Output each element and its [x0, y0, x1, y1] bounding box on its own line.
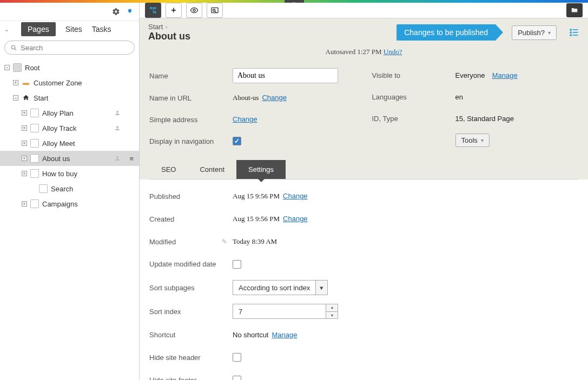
- label-shortcut: Shortcut: [149, 331, 233, 339]
- tree-label: Campaigns: [42, 200, 78, 208]
- tree-item[interactable]: +Alloy Plan: [0, 105, 139, 121]
- status-badge: Changes to be published: [397, 24, 495, 41]
- svg-rect-5: [150, 7, 152, 9]
- tree-label: Start: [34, 94, 48, 102]
- tree-item[interactable]: +Campaigns: [0, 196, 139, 211]
- tab-pages[interactable]: Pages: [21, 22, 56, 36]
- context-menu-icon[interactable]: ≡: [129, 155, 134, 163]
- svg-rect-6: [154, 7, 156, 9]
- svg-rect-15: [573, 32, 578, 33]
- label-published: Published: [149, 192, 233, 201]
- autosave-status: Autosaved 1:27 PM Undo?: [140, 44, 588, 62]
- content-tabs: SEO Content Settings: [149, 160, 578, 179]
- tree-toggle[interactable]: +: [22, 201, 27, 206]
- svg-line-1: [15, 48, 16, 50]
- tree-toggle[interactable]: −: [4, 65, 10, 70]
- add-button[interactable]: +: [166, 3, 182, 18]
- visible-manage-link[interactable]: Manage: [492, 71, 518, 79]
- svg-point-2: [116, 111, 118, 113]
- tree-label: Customer Zone: [34, 79, 82, 87]
- breadcrumb-parent[interactable]: Start: [148, 23, 163, 31]
- svg-point-10: [213, 9, 215, 11]
- label-id: ID, Type: [372, 115, 455, 123]
- page-tree: −Root+▬Customer Zone−Start+Alloy Plan+Al…: [0, 58, 139, 214]
- breadcrumb: Start› About us: [148, 23, 391, 42]
- publish-button[interactable]: Publish?▾: [512, 25, 557, 40]
- tree-label: Alloy Meet: [42, 139, 75, 148]
- hide-footer-checkbox[interactable]: [233, 376, 241, 380]
- tab-content[interactable]: Content: [188, 160, 236, 179]
- main-area: + Start› About us Changes to be publishe…: [140, 3, 588, 380]
- tab-settings[interactable]: Settings: [236, 160, 286, 179]
- tab-tasks[interactable]: Tasks: [92, 25, 111, 34]
- svg-rect-14: [570, 31, 572, 33]
- sidebar-tabs: ⌄ Pages Sites Tasks: [0, 21, 139, 37]
- svg-rect-7: [154, 11, 156, 13]
- tree-toggle[interactable]: +: [22, 156, 27, 161]
- tree-label: Alloy Plan: [42, 109, 74, 117]
- index-spinner[interactable]: 7 ▴▾: [233, 304, 338, 319]
- pin-small-icon: ✎: [222, 238, 227, 245]
- chevron-down-icon[interactable]: ⌄: [4, 26, 9, 33]
- label-url: Name in URL: [149, 94, 233, 102]
- label-created: Created: [149, 215, 233, 223]
- structure-icon[interactable]: [145, 3, 161, 18]
- tree-item[interactable]: −Root: [0, 60, 139, 75]
- hide-header-checkbox[interactable]: [233, 353, 241, 362]
- tree-label: Root: [25, 64, 39, 72]
- tree-label: How to buy: [42, 170, 77, 178]
- svg-point-3: [116, 126, 118, 128]
- tree-item[interactable]: +▬Customer Zone: [0, 75, 139, 90]
- tree-toggle[interactable]: +: [22, 125, 27, 131]
- search-icon: [10, 44, 17, 51]
- url-change-link[interactable]: Change: [262, 94, 287, 102]
- tab-sites[interactable]: Sites: [65, 25, 82, 34]
- tree-item[interactable]: −Start: [0, 90, 139, 105]
- name-input[interactable]: [233, 68, 338, 83]
- gear-icon[interactable]: [110, 6, 122, 18]
- options-list-icon[interactable]: [569, 27, 579, 38]
- tree-label: Search: [51, 185, 73, 193]
- shortcut-manage[interactable]: Manage: [272, 331, 297, 339]
- pin-icon[interactable]: [124, 6, 136, 18]
- preview-button[interactable]: [186, 3, 202, 18]
- tree-toggle[interactable]: +: [22, 141, 27, 146]
- created-change[interactable]: Change: [283, 215, 308, 223]
- sidebar: ⌄ Pages Sites Tasks −Root+▬Customer Zone…: [0, 3, 140, 380]
- tab-seo[interactable]: SEO: [149, 160, 188, 179]
- label-nav: Display in navigation: [149, 137, 233, 145]
- update-checkbox[interactable]: [233, 260, 241, 269]
- person-icon: [114, 125, 121, 131]
- label-name: Name: [149, 72, 233, 80]
- label-update-modified: Update modified date: [149, 260, 233, 269]
- svg-rect-17: [573, 35, 578, 36]
- tools-button[interactable]: Tools▾: [455, 134, 490, 147]
- svg-rect-16: [570, 34, 572, 36]
- search-input[interactable]: [21, 44, 129, 52]
- undo-link[interactable]: Undo?: [384, 48, 402, 56]
- page-title: About us: [148, 31, 391, 42]
- assets-button[interactable]: [566, 3, 583, 17]
- tree-toggle[interactable]: −: [13, 95, 18, 101]
- tree-toggle[interactable]: +: [13, 80, 18, 85]
- tree-toggle[interactable]: +: [22, 110, 27, 116]
- tree-item[interactable]: +About us≡: [0, 151, 139, 166]
- tree-item[interactable]: +Alloy Track: [0, 121, 139, 136]
- tree-item[interactable]: +How to buy: [0, 166, 139, 181]
- svg-rect-13: [573, 29, 578, 30]
- label-visible: Visible to: [372, 71, 455, 79]
- label-simple: Simple address: [149, 116, 233, 124]
- sort-select[interactable]: According to sort index ▾: [233, 280, 328, 295]
- view-button[interactable]: [207, 3, 223, 18]
- svg-point-8: [193, 9, 195, 11]
- person-icon: [114, 110, 121, 116]
- svg-point-0: [11, 45, 15, 49]
- nav-checkbox[interactable]: ✓: [233, 137, 241, 145]
- tree-toggle[interactable]: +: [22, 171, 27, 176]
- tree-item[interactable]: Search: [0, 181, 139, 196]
- label-hide-footer: Hide site footer: [149, 376, 233, 381]
- tree-item[interactable]: +Alloy Meet: [0, 136, 139, 151]
- published-change[interactable]: Change: [283, 192, 308, 200]
- simple-change-link[interactable]: Change: [233, 115, 257, 123]
- label-index: Sort index: [149, 308, 233, 316]
